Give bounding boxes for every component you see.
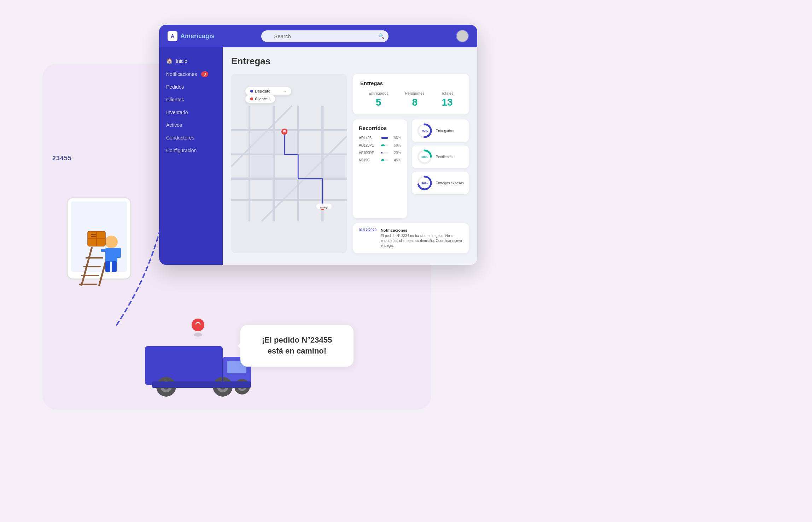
app-header: A Americagis 🔍: [159, 25, 477, 47]
svg-point-33: [194, 333, 202, 337]
sidebar-label-activos: Activos: [166, 122, 182, 128]
svg-rect-54: [324, 156, 345, 177]
recorrido-item-1: AD123P1 50%: [359, 143, 401, 147]
sidebar-item-notificaciones[interactable]: Notificaciones 3: [159, 68, 223, 81]
logo-area: A Americagis: [168, 31, 228, 41]
deposito-dot: [250, 90, 253, 93]
search-input[interactable]: [261, 30, 389, 42]
recorrido-item-3: N0190 45%: [359, 158, 401, 162]
notification-badge: 3: [201, 71, 208, 77]
notif-text: El pedido Nº 2334 no ha sido entregado. …: [381, 233, 463, 248]
deposito-text: Depósito: [255, 89, 270, 93]
stat-label-totales: Totales: [441, 91, 454, 95]
map-container: Entrega Depósito → Cliente 1: [231, 74, 347, 253]
stat-value-pendientes: 8: [405, 97, 425, 108]
svg-text:96%: 96%: [421, 182, 427, 185]
sidebar-item-configuracion[interactable]: Configuración: [159, 144, 223, 157]
recorrido-bar-1: [381, 144, 385, 146]
svg-rect-9: [105, 248, 117, 262]
svg-rect-20: [145, 346, 223, 385]
circ-label-exitosas: Entregas exitosas: [436, 181, 464, 185]
sidebar-item-activos[interactable]: Activos: [159, 119, 223, 131]
right-panels: Entregas Entregados 5 Pendientes 8: [353, 74, 469, 253]
circ-svg-entregados: 75%: [417, 123, 432, 138]
recorridos-list: Recorridos ADL406 98% AD123P1: [353, 119, 407, 218]
entregas-card-title: Entregas: [360, 80, 462, 86]
sidebar-item-pedidos[interactable]: Pedidos: [159, 81, 223, 93]
stats-row: Entregados 5 Pendientes 8 Totales 13: [360, 91, 462, 108]
content-grid: Entrega Depósito → Cliente 1: [231, 74, 469, 253]
recorrido-item-0: ADL406 98%: [359, 136, 401, 140]
page-title: Entregas: [231, 56, 469, 67]
recorrido-pct-1: 50%: [391, 143, 401, 147]
sidebar-label-inicio: Inicio: [176, 58, 187, 64]
user-avatar[interactable]: [456, 30, 469, 42]
stat-pendientes: Pendientes 8: [405, 91, 425, 108]
map-deposito-label: Depósito →: [245, 87, 291, 95]
recorrido-bar-0: [381, 137, 388, 139]
svg-rect-10: [101, 249, 106, 252]
recorrido-pct-3: 45%: [391, 158, 401, 162]
notif-title: Notificaciones: [381, 228, 463, 232]
circ-chart-pendientes: 50% Pendientes: [412, 146, 469, 168]
svg-rect-48: [251, 132, 272, 153]
circ-label-pendientes: Pendientes: [436, 155, 454, 159]
recorrido-bar-3: [381, 159, 384, 161]
logo-text-part2: gis: [205, 32, 215, 40]
circ-chart-entregados: 75% Entregados: [412, 119, 469, 142]
recorrido-id-3: N0190: [359, 158, 378, 162]
speech-bubble-text: ¡El pedido N°23455 está en camino!: [255, 335, 339, 357]
recorrido-bar-bg-0: [381, 137, 389, 139]
order-number-label: 23455: [52, 155, 72, 162]
circ-svg-exitosas: 96%: [417, 175, 432, 191]
svg-rect-51: [300, 156, 321, 177]
worker-illustration: [46, 177, 145, 297]
cliente-dot: [250, 97, 253, 100]
sidebar-label-notificaciones: Notificaciones: [166, 71, 197, 77]
recorridos-title: Recorridos: [359, 125, 401, 131]
svg-rect-13: [112, 261, 117, 272]
recorrido-id-1: AD123P1: [359, 143, 378, 147]
search-icon: 🔍: [378, 33, 384, 39]
logo-icon: A: [168, 31, 177, 41]
stat-value-entregados: 5: [368, 97, 388, 108]
sidebar-label-conductores: Conductores: [166, 135, 194, 141]
app-window: A Americagis 🔍 🏠 Inicio Notificaciones 3: [159, 25, 477, 265]
speech-bubble: ¡El pedido N°23455 está en camino!: [240, 325, 354, 367]
sidebar-label-inventario: Inventario: [166, 109, 188, 115]
svg-rect-50: [251, 156, 272, 177]
svg-rect-11: [116, 248, 121, 258]
recorrido-pct-2: 20%: [391, 151, 401, 155]
recorrido-item-2: AF100DF 20%: [359, 151, 401, 155]
stat-label-pendientes: Pendientes: [405, 91, 425, 95]
cliente-text: Cliente 1: [255, 97, 270, 101]
svg-rect-52: [275, 180, 297, 198]
search-bar: 🔍: [261, 30, 389, 42]
svg-text:Entrega: Entrega: [320, 206, 328, 209]
sidebar: 🏠 Inicio Notificaciones 3 Pedidos Client…: [159, 47, 223, 265]
truck-illustration: [138, 311, 258, 410]
stat-value-totales: 13: [441, 97, 454, 108]
sidebar-item-inventario[interactable]: Inventario: [159, 106, 223, 119]
recorridos-card: Recorridos ADL406 98% AD123P1: [353, 119, 469, 218]
sidebar-item-conductores[interactable]: Conductores: [159, 131, 223, 144]
recorrido-id-0: ADL406: [359, 136, 378, 140]
recorrido-id-2: AF100DF: [359, 151, 378, 155]
sidebar-label-clientes: Clientes: [166, 97, 184, 102]
logo-text-part1: America: [180, 32, 205, 40]
sidebar-item-clientes[interactable]: Clientes: [159, 93, 223, 106]
svg-rect-18: [91, 234, 96, 235]
circ-svg-pendientes: 50%: [417, 149, 432, 165]
stat-totales: Totales 13: [441, 91, 454, 108]
svg-rect-19: [91, 236, 96, 237]
recorrido-bar-bg-1: [381, 144, 389, 146]
sidebar-item-inicio[interactable]: 🏠 Inicio: [159, 54, 223, 68]
home-icon: 🏠: [166, 58, 173, 64]
recorrido-bar-2: [381, 152, 382, 154]
circ-label-entregados: Entregados: [436, 129, 454, 133]
svg-point-8: [105, 236, 118, 248]
avatar-image: [457, 30, 468, 42]
circular-charts: 75% Entregados 50%: [412, 119, 469, 218]
notif-date: 01/12/2020: [359, 228, 376, 232]
stat-entregados: Entregados 5: [368, 91, 388, 108]
